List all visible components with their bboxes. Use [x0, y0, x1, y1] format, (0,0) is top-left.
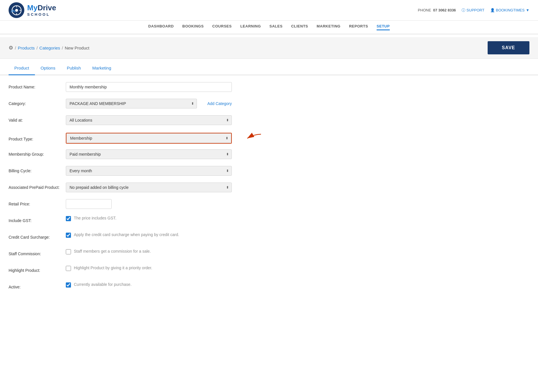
product-name-input[interactable] [66, 82, 232, 92]
category-control: PACKAGE AND MEMBERSHIP Add Category [66, 99, 232, 108]
retail-price-row: Retail Price: [9, 199, 363, 211]
include-gst-checkbox-row: The price includes GST. [66, 216, 116, 221]
staff-commission-checkbox-row: Staff members get a commission for a sal… [66, 249, 151, 254]
valid-at-control: All Locations [66, 115, 232, 125]
associated-prepaid-control: No prepaid added on billing cycle [66, 183, 232, 192]
user-icon: 👤 [490, 8, 495, 12]
tabs: Product Options Publish Marketing [0, 62, 538, 75]
staff-commission-label: Staff Commission: [9, 249, 66, 256]
active-label: Active: [9, 282, 66, 290]
breadcrumb-categories[interactable]: Categories [39, 45, 60, 50]
membership-group-row: Membership Group: Paid membership [9, 149, 363, 161]
highlight-text: Highlight Product by giving it a priorit… [74, 266, 152, 270]
nav-marketing[interactable]: MARKETING [317, 24, 341, 30]
support-label: SUPPORT [466, 8, 484, 12]
product-name-row: Product Name: [9, 82, 363, 94]
highlight-checkbox[interactable] [66, 266, 71, 271]
chevron-down-icon: ▼ [526, 8, 529, 12]
membership-group-select[interactable]: Paid membership [66, 149, 232, 159]
logo: MyDrive SCHOOL [9, 2, 56, 18]
nav-reports[interactable]: REPORTS [349, 24, 368, 30]
tab-publish[interactable]: Publish [61, 62, 86, 75]
valid-at-select-wrapper: All Locations [66, 115, 232, 125]
membership-group-control: Paid membership [66, 149, 232, 159]
membership-group-label: Membership Group: [9, 149, 66, 157]
credit-card-row: Credit Card Surcharge: Apply the credit … [9, 232, 363, 244]
valid-at-select[interactable]: All Locations [66, 115, 232, 125]
bookingtimes-label: BOOKINGTIMES [496, 8, 525, 12]
nav-clients[interactable]: CLIENTS [291, 24, 308, 30]
valid-at-label: Valid at: [9, 115, 66, 123]
red-arrow [240, 132, 263, 144]
tab-marketing[interactable]: Marketing [87, 62, 117, 75]
associated-prepaid-select-wrapper: No prepaid added on billing cycle [66, 183, 232, 192]
form-body: Product Name: Category: PACKAGE AND MEMB… [0, 75, 372, 306]
billing-cycle-row: Billing Cycle: Every month [9, 166, 363, 177]
category-select-wrapper: PACKAGE AND MEMBERSHIP [66, 99, 197, 108]
retail-price-input[interactable] [66, 199, 112, 209]
include-gst-text: The price includes GST. [74, 216, 116, 220]
nav-dashboard[interactable]: DASHBOARD [148, 24, 174, 30]
support-icon: ⓘ [462, 8, 465, 13]
category-select[interactable]: PACKAGE AND MEMBERSHIP [66, 99, 197, 108]
retail-price-label: Retail Price: [9, 199, 66, 207]
membership-group-select-wrapper: Paid membership [66, 149, 232, 159]
gear-icon[interactable]: ⚙ [9, 45, 13, 51]
phone-info: PHONE 07 3062 8336 [418, 8, 456, 12]
highlight-label: Highlight Product: [9, 266, 66, 273]
product-type-row: Product Type: Membership [9, 132, 363, 144]
active-row: Active: Currently available for purchase… [9, 282, 363, 294]
add-category-link[interactable]: Add Category [207, 101, 232, 106]
associated-prepaid-label: Associated PrePaid Product: [9, 183, 66, 190]
logo-my: My [27, 3, 37, 12]
credit-card-label: Credit Card Surcharge: [9, 232, 66, 240]
category-label: Category: [9, 99, 66, 106]
product-type-label: Product Type: [9, 134, 66, 142]
support-link[interactable]: ⓘ SUPPORT [462, 8, 484, 13]
nav-bookings[interactable]: BOOKINGS [182, 24, 204, 30]
save-button[interactable]: SAVE [488, 41, 529, 54]
nav-setup[interactable]: SETUP [377, 24, 390, 30]
billing-cycle-label: Billing Cycle: [9, 166, 66, 173]
staff-commission-text: Staff members get a commission for a sal… [74, 249, 151, 254]
billing-cycle-select[interactable]: Every month [66, 166, 232, 176]
include-gst-control: The price includes GST. [66, 216, 232, 221]
main-nav: DASHBOARD BOOKINGS COURSES LEARNING SALE… [0, 21, 538, 34]
credit-card-checkbox[interactable] [66, 233, 71, 238]
staff-commission-row: Staff Commission: Staff members get a co… [9, 249, 363, 260]
phone-label: PHONE [418, 8, 431, 12]
logo-school: SCHOOL [27, 12, 56, 17]
tab-product[interactable]: Product [9, 62, 35, 75]
credit-card-text: Apply the credit card surcharge when pay… [74, 232, 179, 237]
nav-courses[interactable]: COURSES [212, 24, 232, 30]
tab-options[interactable]: Options [35, 62, 61, 75]
highlight-checkbox-row: Highlight Product by giving it a priorit… [66, 266, 152, 271]
nav-learning[interactable]: LEARNING [240, 24, 261, 30]
breadcrumb-sep3: / [62, 45, 63, 50]
valid-at-row: Valid at: All Locations [9, 115, 363, 127]
active-control: Currently available for purchase. [66, 282, 232, 288]
breadcrumb-products[interactable]: Products [18, 45, 35, 50]
staff-commission-control: Staff members get a commission for a sal… [66, 249, 232, 254]
product-type-select[interactable]: Membership [66, 133, 231, 143]
associated-prepaid-select[interactable]: No prepaid added on billing cycle [66, 183, 232, 192]
product-type-select-wrapper: Membership [66, 133, 232, 144]
credit-card-control: Apply the credit card surcharge when pay… [66, 232, 232, 238]
retail-price-control [66, 199, 232, 209]
include-gst-checkbox[interactable] [66, 216, 71, 221]
category-row: Category: PACKAGE AND MEMBERSHIP Add Cat… [9, 99, 363, 110]
top-bar: MyDrive SCHOOL PHONE 07 3062 8336 ⓘ SUPP… [0, 0, 538, 21]
active-checkbox[interactable] [66, 282, 71, 288]
include-gst-row: Include GST: The price includes GST. [9, 216, 363, 227]
include-gst-label: Include GST: [9, 216, 66, 223]
highlight-row: Highlight Product: Highlight Product by … [9, 266, 363, 277]
associated-prepaid-row: Associated PrePaid Product: No prepaid a… [9, 183, 363, 194]
breadcrumb-current: New Product [65, 45, 89, 50]
logo-drive: Drive [37, 3, 56, 12]
bookingtimes-link[interactable]: 👤 BOOKINGTIMES ▼ [490, 8, 529, 12]
nav-sales[interactable]: SALES [270, 24, 283, 30]
logo-icon [9, 2, 24, 18]
breadcrumb-sep1: / [15, 45, 16, 50]
staff-commission-checkbox[interactable] [66, 249, 71, 254]
breadcrumb-bar: ⚙ / Products / Categories / New Product … [0, 37, 538, 59]
